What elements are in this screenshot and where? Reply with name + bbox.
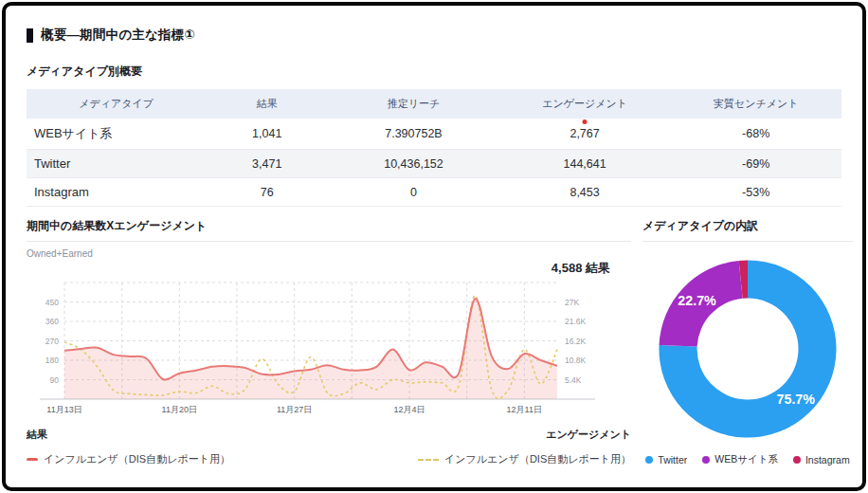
donut-chart-panel: メディアタイプの内訳 75.7%22.7% TwitterWEBサイト系Inst… (642, 218, 853, 466)
panel-divider (27, 241, 631, 242)
donut-legend: TwitterWEBサイト系Instagram (642, 453, 853, 466)
col-header-media-type: メディアタイプ (27, 89, 206, 119)
svg-text:10.8K: 10.8K (565, 356, 587, 365)
cell-estimated-reach: 10,436,152 (328, 150, 499, 178)
col-header-estimated-reach: 推定リーチ (328, 89, 499, 119)
svg-text:270: 270 (45, 337, 59, 346)
results-total-label: 4,588 結果 (27, 260, 631, 277)
svg-text:21.6K: 21.6K (565, 317, 587, 326)
line-chart-title: 期間中の結果数Xエンゲージメント (27, 218, 631, 241)
svg-text:90: 90 (50, 375, 60, 385)
donut-legend-item[interactable]: Twitter (645, 453, 687, 466)
svg-text:12月4日: 12月4日 (393, 405, 425, 414)
cell-net-sentiment: -53% (670, 178, 841, 207)
annotation-dot (583, 119, 588, 124)
legend-dot-icon (793, 456, 801, 464)
line-chart-subtitle: Owned+Earned (27, 248, 631, 259)
right-axis-group-label: エンゲージメント (546, 428, 631, 442)
svg-text:11月27日: 11月27日 (277, 405, 312, 414)
donut-legend-item[interactable]: Instagram (793, 453, 850, 466)
legend-item-engagement-series[interactable]: インフルエンザ（DIS自動レポート用） (418, 452, 631, 466)
cell-engagement: 8,453 (499, 178, 671, 207)
dashed-line-legend-icon (418, 459, 439, 461)
page-header: 概要―期間中の主な指標① (27, 27, 841, 44)
donut-legend-label: Instagram (805, 454, 850, 466)
table-section-title: メディアタイプ別概要 (27, 64, 841, 80)
col-header-net-sentiment: 実質センチメント (670, 89, 841, 119)
donut-legend-label: Twitter (658, 454, 687, 466)
left-axis-group-label: 結果 (27, 428, 47, 442)
media-type-donut-chart: 75.7%22.7% (648, 249, 847, 448)
cell-net-sentiment: -69% (670, 150, 841, 178)
svg-text:450: 450 (45, 298, 59, 307)
svg-text:180: 180 (45, 356, 59, 365)
legend-item-results-series[interactable]: インフルエンザ（DIS自動レポート用） (27, 452, 230, 466)
donut-legend-item[interactable]: WEBサイト系 (702, 453, 778, 466)
table-header-row: メディアタイプ 結果 推定リーチ エンゲージメント 実質センチメント (27, 89, 841, 119)
donut-chart-title: メディアタイプの内訳 (642, 218, 853, 241)
svg-text:12月11日: 12月11日 (507, 405, 542, 414)
media-type-summary-table: メディアタイプ 結果 推定リーチ エンゲージメント 実質センチメント WEBサイ… (27, 89, 841, 207)
svg-text:360: 360 (45, 317, 59, 326)
line-chart-panel: 期間中の結果数Xエンゲージメント Owned+Earned 4,588 結果 9… (27, 218, 631, 466)
donut-legend-label: WEBサイト系 (714, 453, 778, 466)
page-title: 概要―期間中の主な指標① (41, 27, 195, 44)
table-row: Twitter 3,471 10,436,152 144,641 -69% (27, 150, 841, 178)
table-row: WEBサイト系 1,041 7.390752B 2,767 -68% (27, 119, 841, 150)
svg-text:22.7%: 22.7% (678, 293, 716, 308)
legend-dot-icon (645, 456, 653, 464)
title-marker-bar (27, 28, 33, 43)
col-header-engagement: エンゲージメント (499, 89, 671, 119)
cell-estimated-reach: 0 (328, 178, 499, 207)
cell-net-sentiment: -68% (670, 119, 841, 150)
solid-line-legend-icon (27, 458, 38, 461)
svg-text:27K: 27K (565, 298, 579, 307)
svg-text:11月13日: 11月13日 (46, 405, 81, 414)
legend-dot-icon (702, 456, 710, 464)
cell-results: 3,471 (206, 150, 328, 178)
svg-text:16.2K: 16.2K (565, 337, 587, 346)
cell-engagement: 2,767 (499, 119, 671, 150)
cell-estimated-reach: 7.390752B (328, 119, 499, 150)
svg-text:75.7%: 75.7% (777, 392, 816, 407)
cell-media-type: Twitter (27, 150, 206, 178)
cell-media-type: Instagram (27, 178, 206, 207)
panel-divider (642, 241, 853, 242)
svg-text:5.4K: 5.4K (565, 375, 582, 385)
report-page: 概要―期間中の主な指標① メディアタイプ別概要 メディアタイプ 結果 推定リーチ… (2, 2, 866, 491)
cell-results: 1,041 (206, 119, 328, 150)
results-engagement-line-chart: 905.4K18010.8K27016.2K36021.6K45027K11月1… (27, 277, 633, 419)
col-header-results: 結果 (206, 89, 328, 119)
svg-text:11月20日: 11月20日 (162, 405, 197, 414)
cell-engagement: 144,641 (499, 150, 671, 178)
cell-results: 76 (206, 178, 328, 207)
cell-media-type: WEBサイト系 (27, 119, 206, 150)
table-row: Instagram 76 0 8,453 -53% (27, 178, 841, 207)
